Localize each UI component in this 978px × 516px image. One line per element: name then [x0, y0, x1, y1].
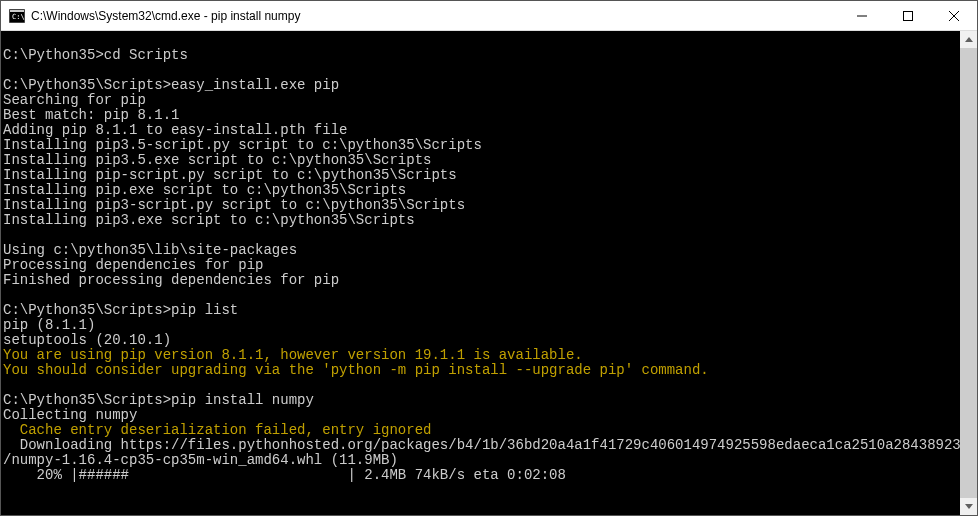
terminal-line: pip (8.1.1)	[3, 318, 960, 333]
svg-marker-8	[965, 504, 973, 509]
terminal-line: C:\Python35\Scripts>pip list	[3, 303, 960, 318]
terminal-line: You are using pip version 8.1.1, however…	[3, 348, 960, 363]
terminal-line: setuptools (20.10.1)	[3, 333, 960, 348]
terminal-line: Installing pip3-script.py script to c:\p…	[3, 198, 960, 213]
scroll-down-arrow[interactable]	[960, 498, 977, 515]
terminal-line: Finished processing dependencies for pip	[3, 273, 960, 288]
cmd-window: C:\ C:\Windows\System32\cmd.exe - pip in…	[0, 0, 978, 516]
scroll-up-arrow[interactable]	[960, 31, 977, 48]
terminal-line: Processing dependencies for pip	[3, 258, 960, 273]
terminal-line: Using c:\python35\lib\site-packages	[3, 243, 960, 258]
close-button[interactable]	[931, 1, 977, 30]
terminal-area: C:\Python35>cd Scripts C:\Python35\Scrip…	[1, 31, 977, 515]
terminal-line: You should consider upgrading via the 'p…	[3, 363, 960, 378]
terminal-line: Downloading https://files.pythonhosted.o…	[3, 438, 960, 453]
terminal-line: Adding pip 8.1.1 to easy-install.pth fil…	[3, 123, 960, 138]
maximize-button[interactable]	[885, 1, 931, 30]
terminal-line	[3, 378, 960, 393]
vertical-scrollbar[interactable]	[960, 31, 977, 515]
terminal-line: Installing pip3.5-script.py script to c:…	[3, 138, 960, 153]
minimize-button[interactable]	[839, 1, 885, 30]
terminal-line: Installing pip.exe script to c:\python35…	[3, 183, 960, 198]
titlebar-buttons	[839, 1, 977, 30]
terminal-line: Installing pip3.5.exe script to c:\pytho…	[3, 153, 960, 168]
terminal-line: Installing pip3.exe script to c:\python3…	[3, 213, 960, 228]
scroll-track[interactable]	[960, 48, 977, 498]
terminal-line: 20% |###### | 2.4MB 74kB/s eta 0:02:08	[3, 468, 960, 483]
svg-text:C:\: C:\	[12, 13, 25, 21]
terminal-line	[3, 288, 960, 303]
terminal-line: Best match: pip 8.1.1	[3, 108, 960, 123]
terminal-line: Installing pip-script.py script to c:\py…	[3, 168, 960, 183]
titlebar[interactable]: C:\ C:\Windows\System32\cmd.exe - pip in…	[1, 1, 977, 31]
terminal-output[interactable]: C:\Python35>cd Scripts C:\Python35\Scrip…	[1, 31, 960, 515]
svg-marker-7	[965, 37, 973, 42]
svg-rect-1	[10, 10, 24, 12]
terminal-line: C:\Python35\Scripts>pip install numpy	[3, 393, 960, 408]
terminal-line	[3, 63, 960, 78]
terminal-line: Cache entry deserialization failed, entr…	[3, 423, 960, 438]
cmd-icon: C:\	[9, 8, 25, 24]
terminal-line	[3, 228, 960, 243]
terminal-line: Collecting numpy	[3, 408, 960, 423]
svg-rect-4	[904, 11, 913, 20]
terminal-line	[3, 33, 960, 48]
scroll-thumb[interactable]	[960, 48, 977, 498]
window-title: C:\Windows\System32\cmd.exe - pip instal…	[31, 9, 839, 23]
terminal-line: /numpy-1.16.4-cp35-cp35m-win_amd64.whl (…	[3, 453, 960, 468]
terminal-line: C:\Python35>cd Scripts	[3, 48, 960, 63]
terminal-line: C:\Python35\Scripts>easy_install.exe pip	[3, 78, 960, 93]
terminal-line: Searching for pip	[3, 93, 960, 108]
